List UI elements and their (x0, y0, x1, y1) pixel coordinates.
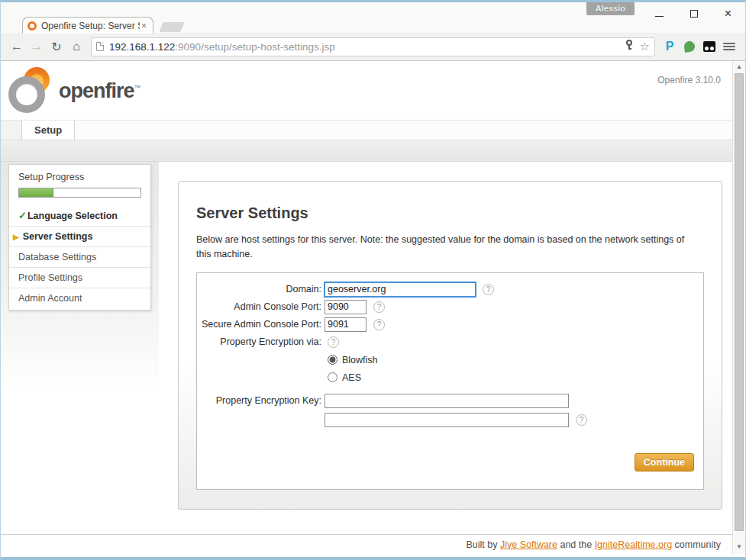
igniterealtime-link[interactable]: IgniteRealtime.org (595, 539, 672, 550)
openfire-flame-icon (7, 67, 53, 114)
browser-tab[interactable]: Openfire Setup: Server Sett × (22, 17, 153, 34)
browser-window: Openfire Setup: Server Sett × Alessio × … (0, 0, 746, 560)
minimize-button[interactable] (642, 4, 677, 24)
settings-wrapper: Server Settings Below are host settings … (178, 181, 722, 510)
content-area: Setup Progress ✓ Language Selection ▶ Se… (1, 162, 732, 534)
openfire-favicon-icon (27, 21, 37, 31)
admin-port-input[interactable] (325, 300, 367, 314)
encryption-key-input[interactable] (325, 394, 569, 408)
page-description: Below are host settings for this server.… (196, 233, 696, 262)
profile-name-badge[interactable]: Alessio (586, 2, 635, 15)
browser-toolbar: ← → ↻ ⌂ 192.168.1.122:9090/setup/setup-h… (1, 33, 745, 61)
tab-setup[interactable]: Setup (22, 121, 75, 140)
server-settings-form: Domain: ? Admin Console Port: ? Secure A (196, 272, 704, 490)
setup-progress-panel: Setup Progress ✓ Language Selection ▶ Se… (8, 164, 151, 311)
sidebar-item-label: Database Settings (18, 252, 96, 262)
help-icon[interactable]: ? (576, 414, 587, 426)
url-text[interactable]: 192.168.1.122:9090/setup/setup-host-sett… (109, 41, 622, 53)
encryption-option-blowfish[interactable]: Blowfish (328, 355, 703, 365)
back-icon[interactable]: ← (7, 40, 27, 53)
setup-progress-title: Setup Progress (9, 165, 150, 188)
version-label: Openfire 3.10.0 (657, 75, 721, 85)
jive-software-link[interactable]: Jive Software (500, 539, 557, 550)
page-title: Server Settings (196, 204, 704, 222)
encryption-label: Property Encryption via: (197, 336, 325, 347)
scrollbar-thumb[interactable] (735, 73, 744, 531)
scrollbar[interactable]: ▲ ▼ (732, 61, 745, 555)
secure-port-input[interactable] (325, 317, 367, 332)
encryption-option-aes[interactable]: AES (328, 372, 703, 383)
setup-progress-fill (19, 188, 53, 197)
secure-port-label: Secure Admin Console Port: (197, 319, 325, 330)
url-path: :9090/setup/setup-host-settings.jsp (175, 41, 334, 53)
check-icon: ✓ (18, 210, 27, 221)
admin-port-label: Admin Console Port: (197, 301, 325, 312)
page-footer: Built by Jive Software and the IgniteRea… (1, 534, 732, 555)
scroll-up-icon[interactable]: ▲ (733, 61, 745, 72)
home-icon[interactable]: ⌂ (66, 40, 86, 53)
tab-title: Openfire Setup: Server Sett (41, 21, 140, 31)
help-icon[interactable]: ? (483, 284, 494, 295)
aes-radio[interactable] (328, 372, 337, 382)
window-controls: × (642, 4, 745, 24)
extension-bubble-icon[interactable] (680, 41, 699, 52)
key-icon[interactable] (625, 40, 634, 53)
chrome-menu-icon[interactable] (719, 41, 739, 52)
trademark-symbol: ™ (134, 84, 140, 92)
maximize-button[interactable] (677, 4, 711, 24)
sidebar-item-label: Language Selection (27, 211, 118, 221)
encryption-key-label: Property Encryption Key: (197, 395, 325, 406)
sidebar-item-profile-settings: Profile Settings (9, 268, 150, 288)
site-header: openfire™ Openfire 3.10.0 (1, 61, 732, 120)
forward-icon: → (27, 40, 47, 53)
tab-strip: Openfire Setup: Server Sett × Alessio × (1, 2, 745, 33)
sidebar-item-database-settings: Database Settings (9, 247, 150, 268)
close-button[interactable]: × (711, 4, 745, 24)
encryption-key-confirm-input[interactable] (325, 413, 569, 427)
logo-text: openfire™ (59, 79, 140, 103)
current-step-arrow-icon: ▶ (13, 233, 19, 241)
domain-label: Domain: (197, 284, 325, 294)
sidebar-item-admin-account: Admin Account (9, 288, 150, 308)
sidebar-item-label: Admin Account (18, 293, 82, 304)
scroll-down-icon[interactable]: ▼ (733, 541, 745, 552)
sidebar-item-language-selection: ✓ Language Selection (9, 205, 150, 227)
url-host: 192.168.1.122 (109, 41, 175, 53)
extension-p-icon[interactable]: P (660, 40, 680, 53)
help-icon[interactable]: ? (373, 301, 385, 313)
openfire-logo: openfire™ (7, 67, 140, 114)
address-bar[interactable]: 192.168.1.122:9090/setup/setup-host-sett… (91, 37, 655, 56)
setup-progress-bar (18, 188, 141, 198)
help-icon[interactable]: ? (328, 336, 339, 348)
blowfish-radio[interactable] (328, 355, 337, 365)
reload-icon[interactable]: ↻ (47, 40, 66, 54)
page-content: openfire™ Openfire 3.10.0 Setup Setup Pr… (1, 61, 732, 555)
page-icon (96, 42, 104, 51)
minimize-icon (655, 16, 664, 17)
secondary-nav-bar (1, 140, 732, 162)
sidebar-item-label: Profile Settings (18, 272, 82, 283)
maximize-icon (690, 10, 698, 18)
main-column: Server Settings Below are host settings … (159, 162, 732, 534)
continue-button[interactable]: Continue (635, 453, 694, 471)
new-tab-button[interactable] (159, 22, 184, 32)
sidebar-column: Setup Progress ✓ Language Selection ▶ Se… (1, 162, 159, 534)
blowfish-label: Blowfish (342, 355, 378, 365)
footer-text: Built by Jive Software and the IgniteRea… (466, 539, 721, 550)
tab-bar-stub (1, 121, 22, 140)
web-page: ▲ ▼ openfire™ Openfire 3.10.0 (1, 61, 745, 555)
help-icon[interactable]: ? (373, 319, 385, 330)
extension-camera-icon[interactable] (699, 41, 719, 52)
aes-label: AES (342, 372, 361, 383)
domain-input[interactable] (325, 282, 476, 297)
sidebar-item-label: Server Settings (23, 231, 93, 242)
nav-tab-bar: Setup (1, 120, 732, 140)
bookmark-star-icon[interactable]: ☆ (640, 40, 650, 53)
tab-close-icon[interactable]: × (140, 21, 148, 31)
sidebar-item-server-settings: ▶ Server Settings (9, 227, 150, 247)
